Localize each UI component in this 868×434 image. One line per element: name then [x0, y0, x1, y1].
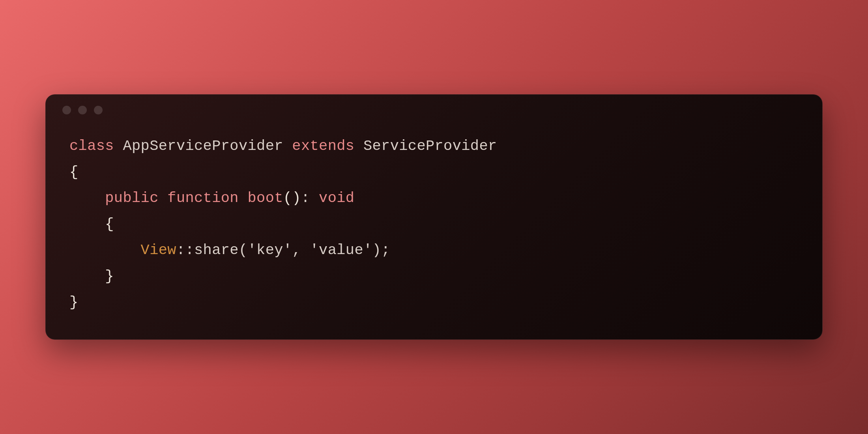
code-line-4: { [69, 211, 799, 238]
code-line-2: { [69, 159, 799, 185]
static-class: View [141, 242, 176, 258]
close-brace: } [105, 268, 114, 284]
comma: , [292, 242, 310, 258]
string-literal-key: 'key' [248, 242, 292, 258]
indent [69, 216, 105, 232]
close-brace: } [69, 294, 79, 311]
minimize-icon[interactable] [78, 106, 87, 114]
open-brace: { [105, 216, 114, 232]
function-name: boot [248, 190, 283, 206]
space [159, 190, 168, 206]
keyword-function: function [167, 190, 239, 206]
parentheses: () [283, 190, 301, 206]
semicolon: ; [381, 242, 390, 258]
scope-resolution: :: [176, 242, 194, 258]
indent [69, 190, 105, 206]
maximize-icon[interactable] [94, 106, 103, 114]
keyword-extends: extends [292, 138, 354, 154]
keyword-class: class [69, 138, 114, 154]
indent [69, 242, 141, 258]
open-brace: { [69, 164, 79, 180]
code-line-5: View::share('key', 'value'); [69, 238, 799, 264]
code-line-1: class AppServiceProvider extends Service… [69, 133, 799, 159]
close-icon[interactable] [62, 106, 71, 114]
method-name: share [194, 242, 239, 258]
string-literal-value: 'value' [310, 242, 372, 258]
class-name: AppServiceProvider [114, 138, 292, 154]
colon: : [301, 190, 319, 206]
code-line-6: } [69, 264, 799, 290]
parent-class: ServiceProvider [354, 138, 497, 154]
space [239, 190, 248, 206]
open-paren: ( [239, 242, 248, 258]
indent [69, 268, 105, 284]
keyword-public: public [105, 190, 158, 206]
return-type: void [319, 190, 354, 206]
code-line-7: } [69, 290, 799, 316]
close-paren: ) [372, 242, 382, 258]
code-window: class AppServiceProvider extends Service… [45, 94, 823, 339]
window-title-bar [46, 95, 822, 125]
code-editor[interactable]: class AppServiceProvider extends Service… [46, 125, 822, 339]
code-line-3: public function boot(): void [69, 185, 799, 211]
